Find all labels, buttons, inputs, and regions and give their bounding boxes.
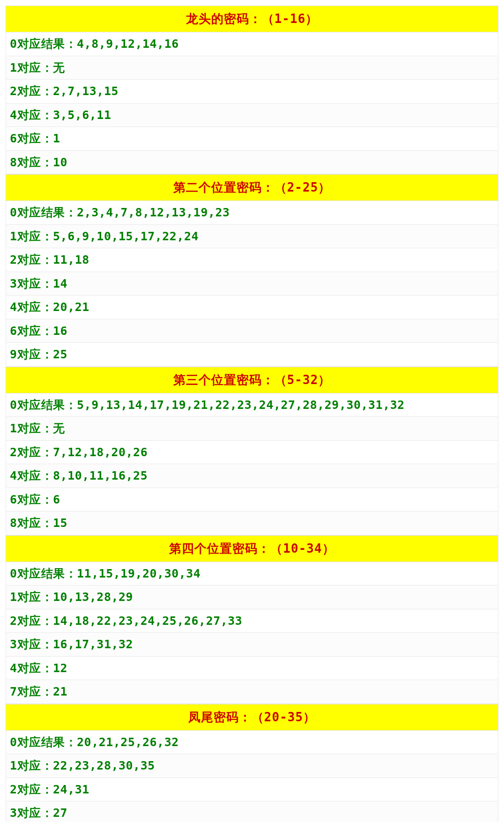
data-row: 7对应：21 <box>6 680 498 704</box>
section-1: 第二个位置密码：（2-25）0对应结果：2,3,4,7,8,12,13,19,2… <box>6 174 498 367</box>
data-row: 6对应：1 <box>6 127 498 151</box>
data-row: 9对应：25 <box>6 343 498 367</box>
data-row: 0对应结果：5,9,13,14,17,19,21,22,23,24,27,28,… <box>6 393 498 417</box>
data-row: 3对应：16,17,31,32 <box>6 633 498 657</box>
password-table-container: 龙头的密码：（1-16）0对应结果：4,8,9,12,14,161对应：无2对应… <box>6 6 498 822</box>
data-row: 0对应结果：2,3,4,7,8,12,13,19,23 <box>6 201 498 225</box>
data-row: 4对应：12 <box>6 657 498 681</box>
data-row: 8对应：15 <box>6 511 498 535</box>
data-row: 2对应：7,12,18,20,26 <box>6 441 498 465</box>
data-row: 2对应：2,7,13,15 <box>6 80 498 104</box>
section-2: 第三个位置密码：（5-32）0对应结果：5,9,13,14,17,19,21,2… <box>6 367 498 535</box>
data-row: 4对应：20,21 <box>6 296 498 319</box>
data-row: 4对应：8,10,11,16,25 <box>6 464 498 488</box>
data-row: 6对应：6 <box>6 488 498 512</box>
data-row: 8对应：10 <box>6 151 498 175</box>
data-row: 1对应：无 <box>6 417 498 441</box>
data-row: 1对应：22,23,28,30,35 <box>6 754 498 778</box>
data-row: 0对应结果：20,21,25,26,32 <box>6 731 498 755</box>
data-row: 3对应：27 <box>6 801 498 822</box>
data-row: 2对应：11,18 <box>6 248 498 272</box>
data-row: 0对应结果：11,15,19,20,30,34 <box>6 562 498 586</box>
section-header: 凤尾密码：（20-35） <box>6 704 498 731</box>
data-row: 2对应：14,18,22,23,24,25,26,27,33 <box>6 609 498 633</box>
section-0: 龙头的密码：（1-16）0对应结果：4,8,9,12,14,161对应：无2对应… <box>6 6 498 174</box>
section-header: 第二个位置密码：（2-25） <box>6 174 498 201</box>
data-row: 1对应：10,13,28,29 <box>6 585 498 609</box>
section-3: 第四个位置密码：（10-34）0对应结果：11,15,19,20,30,341对… <box>6 535 498 704</box>
data-row: 4对应：3,5,6,11 <box>6 104 498 127</box>
data-row: 0对应结果：4,8,9,12,14,16 <box>6 32 498 56</box>
data-row: 6对应：16 <box>6 319 498 343</box>
section-4: 凤尾密码：（20-35）0对应结果：20,21,25,26,321对应：22,2… <box>6 704 498 822</box>
data-row: 1对应：5,6,9,10,15,17,22,24 <box>6 225 498 249</box>
section-header: 第三个位置密码：（5-32） <box>6 367 498 393</box>
data-row: 1对应：无 <box>6 56 498 80</box>
data-row: 3对应：14 <box>6 272 498 296</box>
section-header: 第四个位置密码：（10-34） <box>6 535 498 562</box>
data-row: 2对应：24,31 <box>6 778 498 802</box>
section-header: 龙头的密码：（1-16） <box>6 6 498 32</box>
